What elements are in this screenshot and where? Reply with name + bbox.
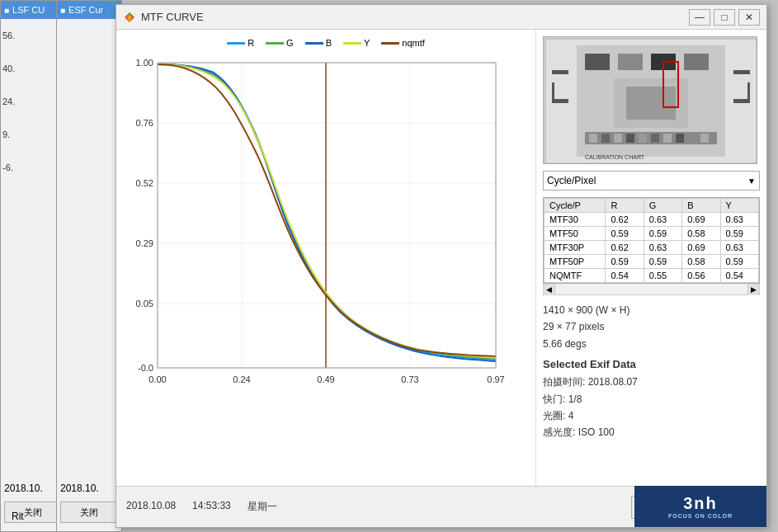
mtf-content: R G B Y nqmtf: [116, 30, 766, 527]
shutter-label: 快门:: [543, 393, 565, 405]
aperture-label: 光圈:: [543, 410, 565, 421]
legend-g-color: [266, 42, 284, 45]
cell-g: 0.59: [644, 255, 681, 269]
legend-b-label: B: [326, 38, 332, 48]
svg-rect-40: [601, 134, 610, 143]
scroll-left-btn[interactable]: ◀: [544, 284, 555, 295]
col-header-g: G: [644, 199, 681, 213]
iso-label: 感光度:: [543, 426, 575, 438]
lsf-date: 2018.10.: [4, 483, 62, 494]
svg-text:0.76: 0.76: [136, 118, 153, 128]
minimize-button[interactable]: —: [689, 9, 710, 26]
svg-text:0.52: 0.52: [136, 178, 153, 188]
dropdown-select[interactable]: Cycle/Pixel ▼: [543, 171, 760, 191]
legend-b-color: [305, 42, 323, 45]
cell-r: 0.59: [606, 227, 644, 241]
cell-y: 0.54: [720, 269, 758, 283]
svg-text:0.73: 0.73: [401, 374, 418, 384]
mtf-title-text: MTF CURVE: [141, 11, 204, 23]
svg-rect-41: [614, 134, 622, 143]
scroll-right-btn[interactable]: ▶: [747, 284, 759, 295]
svg-rect-49: [552, 70, 568, 74]
svg-rect-43: [639, 134, 647, 143]
cell-y: 0.59: [720, 227, 758, 241]
bottom-date: 2018.10.08: [126, 500, 176, 514]
esf-icon: ■: [60, 6, 65, 15]
table-row: MTF30 0.62 0.63 0.69 0.63: [545, 213, 759, 227]
iso-info: 感光度: ISO 100: [543, 424, 760, 440]
iso-value: ISO 100: [578, 426, 615, 438]
data-table-wrapper: Cycle/P R G B Y MTF30 0.62 0.63 0.69 0.6…: [543, 197, 760, 295]
exif-header: Selected Exif Data: [543, 355, 760, 374]
col-header-r: R: [606, 199, 644, 213]
legend-r: R: [227, 38, 254, 48]
svg-text:0.97: 0.97: [487, 374, 504, 384]
legend-y-label: Y: [364, 38, 370, 48]
svg-text:0.29: 0.29: [136, 238, 153, 248]
shutter-info: 快门: 1/8: [543, 391, 760, 407]
cell-name: MTF50: [545, 227, 606, 241]
shoot-time-value: 2018.08.07: [588, 376, 638, 388]
close-button[interactable]: ✕: [738, 9, 760, 26]
cell-g: 0.59: [644, 227, 681, 241]
dropdown-value: Cycle/Pixel: [547, 175, 596, 186]
cell-r: 0.59: [606, 255, 644, 269]
legend-b: B: [305, 38, 332, 48]
shoot-time: 拍摄时间: 2018.08.07: [543, 374, 760, 390]
col-header-y: Y: [720, 199, 758, 213]
svg-text:0.00: 0.00: [149, 374, 166, 384]
svg-rect-47: [688, 134, 696, 143]
legend-y: Y: [343, 38, 370, 48]
table-body: MTF30 0.62 0.63 0.69 0.63 MTF50 0.59 0.5…: [545, 213, 759, 283]
svg-rect-46: [676, 134, 684, 143]
esf-title-bar: ■ ESF Cur: [57, 1, 121, 19]
mtf-title-bar: MTF CURVE — □ ✕: [116, 5, 766, 30]
bottom-bar: 2018.10.08 14:53:33 星期一 关闭所有 截图 3nh FOCU…: [116, 486, 766, 527]
cell-g: 0.55: [644, 269, 681, 283]
esf-close-button[interactable]: 关闭: [60, 501, 118, 523]
legend-g: G: [266, 38, 294, 48]
svg-rect-34: [684, 54, 709, 70]
svg-text:1.00: 1.00: [136, 58, 153, 68]
shutter-value: 1/8: [568, 393, 582, 405]
table-header-row: Cycle/P R G B Y: [545, 199, 759, 213]
cell-b: 0.58: [682, 227, 720, 241]
table-row: NQMTF 0.54 0.55 0.56 0.54: [545, 269, 759, 283]
window-controls: — □ ✕: [689, 9, 760, 26]
svg-rect-52: [733, 70, 750, 74]
cell-b: 0.58: [682, 255, 720, 269]
shoot-time-label: 拍摄时间:: [543, 376, 585, 388]
resolution-info: 1410 × 900 (W × H): [543, 302, 760, 318]
maximize-button[interactable]: □: [714, 9, 735, 26]
title-left: MTF CURVE: [123, 11, 204, 24]
svg-rect-48: [700, 134, 709, 143]
bottom-datetime: 2018.10.08 14:53:33 星期一: [126, 500, 277, 514]
svg-text:0.24: 0.24: [233, 374, 250, 384]
legend-y-color: [343, 42, 361, 45]
dropdown-arrow-icon: ▼: [747, 177, 756, 186]
lsf-title-text: LSF CU: [12, 5, 45, 15]
cell-name: MTF30: [545, 213, 606, 227]
legend: R G B Y nqmtf: [125, 38, 527, 48]
table-row: MTF30P 0.62 0.63 0.69 0.63: [545, 241, 759, 255]
aperture-value: 4: [568, 410, 574, 421]
cell-name: NQMTF: [545, 269, 606, 283]
aperture-info: 光圈: 4: [543, 407, 760, 424]
cell-r: 0.62: [606, 241, 644, 255]
esf-date: 2018.10.: [60, 483, 118, 494]
logo-tagline: FOCUS ON COLOR: [668, 513, 733, 519]
table-row: MTF50P 0.59 0.59 0.58 0.59: [545, 255, 759, 269]
legend-nqmtf: nqmtf: [381, 38, 425, 48]
svg-text:0.05: 0.05: [136, 299, 153, 308]
bottom-weekday: 星期一: [248, 500, 277, 514]
svg-rect-42: [626, 134, 634, 143]
svg-text:0.49: 0.49: [317, 374, 334, 384]
cell-r: 0.62: [606, 213, 644, 227]
svg-text:-0.0: -0.0: [138, 363, 153, 373]
cell-g: 0.63: [644, 241, 681, 255]
legend-r-label: R: [248, 38, 254, 48]
cell-g: 0.63: [644, 213, 681, 227]
data-table: Cycle/P R G B Y MTF30 0.62 0.63 0.69 0.6…: [544, 198, 759, 283]
table-row: MTF50 0.59 0.59 0.58 0.59: [545, 227, 759, 241]
svg-rect-31: [585, 54, 610, 70]
